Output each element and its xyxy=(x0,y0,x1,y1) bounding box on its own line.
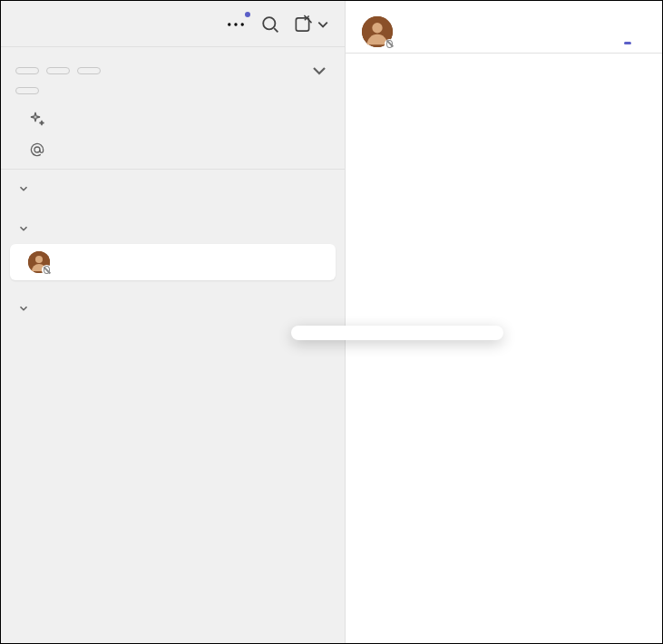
notification-dot-icon xyxy=(245,12,250,17)
svg-point-2 xyxy=(241,23,244,25)
section-favorites[interactable] xyxy=(1,173,345,204)
header-avatar[interactable] xyxy=(362,16,393,47)
svg-line-4 xyxy=(274,28,278,32)
divider xyxy=(1,169,345,170)
filter-pill-unread[interactable] xyxy=(15,67,39,74)
sidebar-header xyxy=(1,1,345,47)
main-panel xyxy=(346,1,662,643)
section-teams[interactable] xyxy=(1,293,345,324)
sparkle-icon xyxy=(28,110,46,128)
svg-rect-5 xyxy=(296,18,308,31)
presence-offline-icon xyxy=(385,39,395,49)
search-button[interactable] xyxy=(259,14,281,35)
filter-expand-button[interactable] xyxy=(308,60,330,82)
main-header xyxy=(346,1,662,54)
tab-chat[interactable] xyxy=(624,20,631,44)
chevron-down-icon xyxy=(17,182,30,195)
nav-discover[interactable] xyxy=(1,103,345,134)
filter-pill-unmuted[interactable] xyxy=(46,67,70,74)
sidebar xyxy=(1,1,346,643)
filter-row-2 xyxy=(1,87,345,103)
svg-point-10 xyxy=(372,23,382,33)
compose-button[interactable] xyxy=(294,14,328,35)
svg-point-6 xyxy=(34,147,40,152)
presence-offline-icon xyxy=(42,265,52,275)
chevron-down-icon xyxy=(17,222,30,235)
chat-item-megan[interactable] xyxy=(10,244,336,280)
tab-shared[interactable] xyxy=(642,20,649,44)
mention-icon xyxy=(28,141,46,159)
sidebar-actions xyxy=(225,14,328,35)
svg-point-3 xyxy=(263,17,275,29)
section-chats[interactable] xyxy=(1,213,345,244)
filter-row xyxy=(1,47,345,87)
filter-pill-chats[interactable] xyxy=(15,87,39,94)
svg-point-8 xyxy=(35,256,43,263)
avatar xyxy=(28,251,50,273)
nav-mentions[interactable] xyxy=(1,134,345,165)
context-menu xyxy=(291,326,503,340)
chevron-down-icon xyxy=(17,302,30,315)
svg-point-1 xyxy=(234,23,237,25)
svg-point-0 xyxy=(228,23,230,25)
filter-pill-channels[interactable] xyxy=(77,67,101,74)
more-options-button[interactable] xyxy=(225,14,247,35)
